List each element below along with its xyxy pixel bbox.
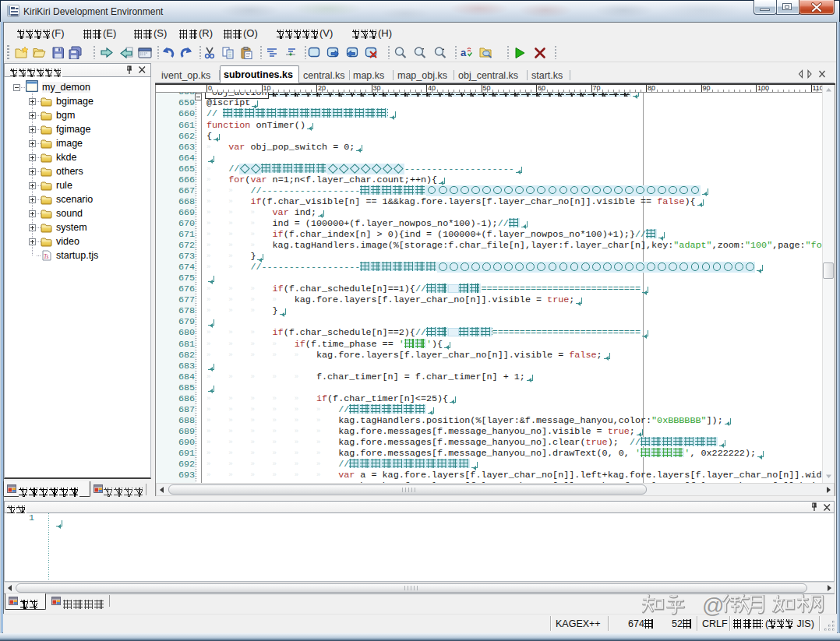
- svg-text:Ts: Ts: [44, 253, 48, 260]
- svg-text:a: a: [461, 47, 467, 58]
